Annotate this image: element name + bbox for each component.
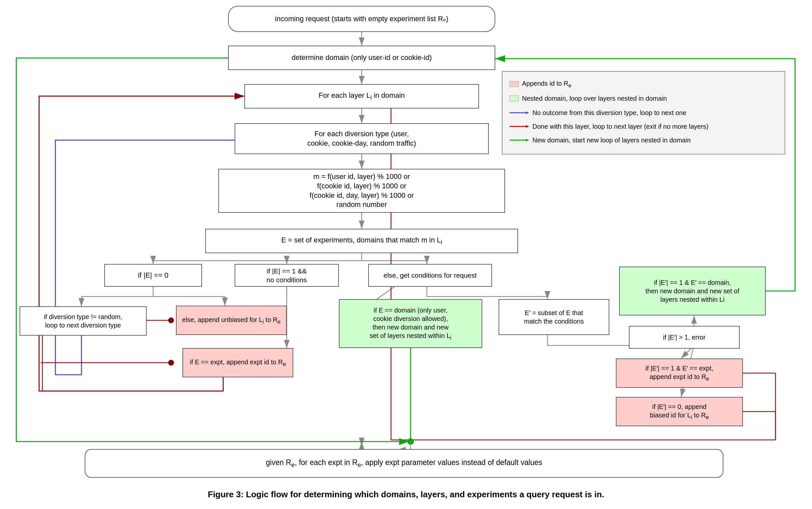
if-e-prime-gt1-error-label: if |E′| > 1, error (663, 333, 705, 341)
legend-text-green-arrow: New domain, start new loop of layers nes… (532, 134, 691, 146)
legend-color-pink (509, 81, 519, 87)
if-e-prime-gt1-error-box: if |E′| > 1, error (629, 326, 740, 349)
if-e-expt-append-label: if E == expt, append expt id to Re (190, 358, 286, 368)
legend-text-green: Nested domain, loop over layers nested i… (522, 93, 667, 104)
legend-text-pink: Appends id to Re (522, 77, 571, 91)
if-e-domain-nested-label: if E == domain (only user,cookie diversi… (370, 306, 452, 341)
diagram-container: incoming request (starts with empty expe… (0, 0, 812, 509)
determine-domain-label: determine domain (only user-id or cookie… (292, 53, 432, 63)
if-e-prime-1-domain-box: if |E′| == 1 & E′ == domain,then new dom… (619, 267, 766, 315)
legend-text-blue: No outcome from this diversion type, loo… (532, 107, 686, 118)
m-equals-label: m = f(user id, layer) % 1000 orf(cookie … (310, 172, 414, 209)
svg-point-46 (407, 438, 414, 445)
if-e-1-no-conditions-box: if |E| == 1 &&no conditions (235, 264, 339, 287)
svg-point-31 (168, 317, 174, 323)
final-box-label: given Re, for each expt in Re, apply exp… (266, 458, 542, 469)
figure-caption-label: Figure 3: Logic flow for determining whi… (208, 489, 604, 499)
if-e-prime-0-biased-box: if |E′| == 0, appendbiased id for Li to … (616, 397, 743, 426)
legend-color-green (509, 96, 519, 101)
for-each-diversion-box: For each diversion type (user,cookie, co… (235, 123, 489, 154)
for-each-layer-label: For each layer Li in domain (319, 91, 405, 101)
else-append-unbiased-box: else, append unbiased for Li to Re (176, 306, 287, 335)
e-set-box: E = set of experiments, domains that mat… (205, 229, 518, 253)
if-diversion-not-random-label: if diversion type != random,loop to next… (44, 312, 122, 330)
final-box: given Re, for each expt in Re, apply exp… (85, 449, 723, 478)
if-e-prime-1-domain-label: if |E′| == 1 & E′ == domain,then new dom… (645, 278, 739, 304)
e-set-label: E = set of experiments, domains that mat… (281, 236, 442, 246)
if-e-0-box: if |E| == 0 (104, 264, 202, 287)
svg-marker-55 (526, 139, 529, 141)
incoming-request-label: incoming request (starts with empty expe… (275, 14, 448, 24)
legend-item-red-arrow: Done with this layer, loop to next layer… (509, 121, 777, 132)
svg-marker-53 (526, 125, 529, 128)
incoming-request-box: incoming request (starts with empty expe… (228, 6, 495, 32)
for-each-layer-box: For each layer Li in domain (244, 84, 479, 108)
figure-caption: Figure 3: Logic flow for determining whi… (47, 489, 765, 500)
if-e-1-label: if |E| == 1 &&no conditions (267, 267, 307, 284)
if-e-expt-append-box: if E == expt, append expt id to Re (182, 348, 293, 377)
legend: Appends id to Re Nested domain, loop ove… (502, 71, 785, 155)
svg-point-32 (168, 360, 174, 366)
if-e-prime-0-biased-label: if |E′| == 0, appendbiased id for Li to … (650, 402, 709, 421)
e-prime-subset-box: E′ = subset of E thatmatch the condition… (498, 299, 609, 335)
determine-domain-box: determine domain (only user-id or cookie… (228, 46, 495, 70)
e-prime-subset-label: E′ = subset of E thatmatch the condition… (524, 309, 584, 326)
if-e-prime-1-expt-box: if |E′| == 1 & E′ == expt,append expt id… (616, 359, 743, 388)
svg-marker-51 (526, 111, 529, 114)
if-e-domain-nested-box: if E == domain (only user,cookie diversi… (339, 299, 482, 348)
legend-item-blue-arrow: No outcome from this diversion type, loo… (509, 107, 777, 118)
else-get-conditions-label: else, get conditions for request (384, 271, 477, 280)
if-e-0-label: if |E| == 0 (138, 271, 168, 280)
legend-item-green: Nested domain, loop over layers nested i… (509, 93, 777, 104)
m-equals-box: m = f(user id, layer) % 1000 orf(cookie … (218, 169, 505, 213)
if-e-prime-1-expt-label: if |E′| == 1 & E′ == expt,append expt id… (645, 364, 713, 382)
else-get-conditions-box: else, get conditions for request (368, 264, 492, 287)
else-append-unbiased-label: else, append unbiased for Li to Re (182, 315, 281, 326)
if-diversion-not-random-box: if diversion type != random,loop to next… (20, 306, 147, 336)
legend-item-pink: Appends id to Re (509, 77, 777, 91)
legend-text-red: Done with this layer, loop to next layer… (532, 121, 708, 132)
legend-item-green-arrow: New domain, start new loop of layers nes… (509, 134, 777, 146)
for-each-diversion-label: For each diversion type (user,cookie, co… (307, 129, 416, 148)
